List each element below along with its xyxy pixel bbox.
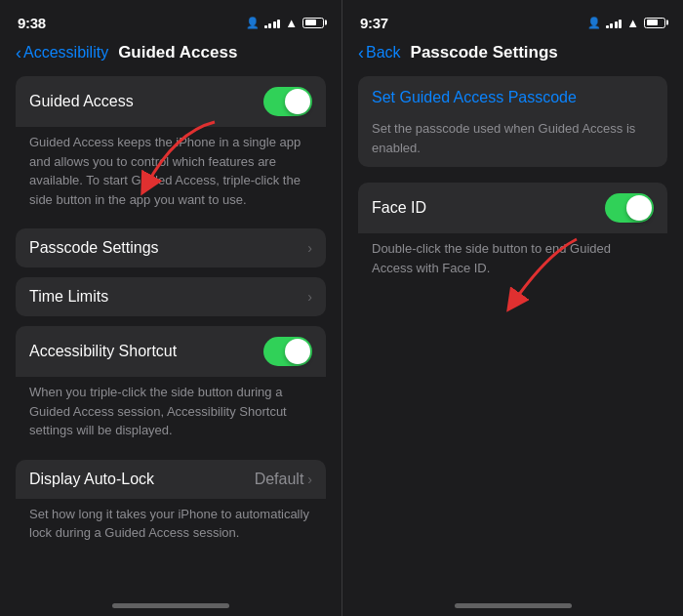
time-limits-label: Time Limits: [29, 288, 108, 306]
display-autolock-chevron-icon: ›: [307, 472, 312, 487]
person-icon: 👤: [246, 17, 260, 29]
time-limits-chevron-icon: ›: [307, 289, 312, 305]
set-passcode-row[interactable]: Set Guided Access Passcode: [358, 76, 667, 119]
right-battery-icon: [644, 18, 665, 28]
passcode-settings-label: Passcode Settings: [29, 239, 159, 257]
right-content: Set Guided Access Passcode Set the passc…: [342, 70, 683, 597]
faceid-label: Face ID: [372, 199, 426, 217]
accessibility-shortcut-desc-text: When you triple-click the side button du…: [29, 385, 287, 437]
guided-access-label: Guided Access: [29, 93, 134, 110]
passcode-settings-section: Passcode Settings ›: [16, 228, 326, 267]
display-autolock-section: Display Auto-Lock Default › Set how long…: [16, 460, 326, 553]
right-back-button[interactable]: ‹ Back: [358, 44, 401, 62]
guided-access-rows: Guided Access: [16, 76, 326, 127]
right-back-label: Back: [366, 44, 401, 62]
faceid-description: Double-click the side button to end Guid…: [358, 233, 667, 287]
display-autolock-rows: Display Auto-Lock Default ›: [16, 460, 326, 499]
guided-access-desc-text: Guided Access keeps the iPhone in a sing…: [29, 135, 301, 207]
left-status-bar: 9:38 👤 ▲: [0, 0, 342, 39]
display-autolock-row[interactable]: Display Auto-Lock Default ›: [16, 460, 326, 499]
passcode-settings-row[interactable]: Passcode Settings ›: [16, 228, 326, 267]
right-back-chevron-icon: ‹: [358, 44, 364, 62]
accessibility-shortcut-toggle[interactable]: [263, 337, 312, 366]
accessibility-shortcut-row: Accessibility Shortcut: [16, 326, 326, 377]
display-autolock-current: Default: [255, 471, 304, 488]
left-nav-header: ‹ Accessibility Guided Access: [0, 39, 342, 70]
signal-bars-icon: [264, 18, 281, 28]
faceid-toggle-thumb: [626, 195, 652, 221]
time-limits-section: Time Limits ›: [16, 277, 326, 316]
accessibility-shortcut-description: When you triple-click the side button du…: [16, 377, 326, 450]
faceid-desc-text: Double-click the side button to end Guid…: [372, 241, 611, 275]
guided-access-section: Guided Access Guided Access keeps the iP…: [16, 76, 326, 219]
guided-access-description: Guided Access keeps the iPhone in a sing…: [16, 127, 326, 219]
left-back-chevron-icon: ‹: [16, 44, 21, 62]
right-person-icon: 👤: [587, 17, 601, 29]
left-content: Guided Access Guided Access keeps the iP…: [0, 70, 342, 597]
set-passcode-desc-text: Set the passcode used when Guided Access…: [372, 121, 635, 155]
guided-access-toggle[interactable]: [263, 87, 312, 116]
faceid-rows: Face ID: [358, 183, 667, 233]
guided-access-toggle-thumb: [285, 89, 310, 114]
time-limits-row[interactable]: Time Limits ›: [16, 277, 326, 316]
right-home-indicator: [455, 603, 572, 608]
right-signal-bars-icon: [606, 18, 623, 28]
left-status-icons: 👤 ▲: [246, 16, 324, 30]
set-passcode-description: Set the passcode used when Guided Access…: [358, 119, 667, 167]
right-status-bar: 9:37 👤 ▲: [342, 0, 683, 39]
left-time: 9:38: [18, 15, 46, 31]
passcode-chevron-icon: ›: [307, 240, 312, 256]
right-wifi-icon: ▲: [626, 16, 639, 30]
display-autolock-desc-text: Set how long it takes your iPhone to aut…: [29, 507, 309, 541]
faceid-toggle[interactable]: [605, 193, 654, 223]
passcode-settings-value: ›: [307, 240, 312, 256]
right-phone-panel: 9:37 👤 ▲ ‹ Back Passcode Settings Set Gu…: [342, 0, 683, 616]
battery-icon: [302, 18, 324, 28]
accessibility-shortcut-label: Accessibility Shortcut: [29, 343, 177, 360]
left-nav-title: Guided Access: [118, 43, 237, 62]
right-status-icons: 👤 ▲: [587, 16, 665, 30]
right-nav-title: Passcode Settings: [411, 43, 558, 62]
accessibility-shortcut-rows: Accessibility Shortcut: [16, 326, 326, 377]
set-passcode-label: Set Guided Access Passcode: [372, 89, 577, 106]
accessibility-shortcut-toggle-thumb: [285, 339, 310, 364]
wifi-icon: ▲: [285, 16, 298, 30]
right-nav-header: ‹ Back Passcode Settings: [342, 39, 683, 70]
left-back-button[interactable]: ‹ Accessibility: [16, 44, 108, 62]
right-time: 9:37: [360, 15, 388, 31]
left-home-indicator: [112, 603, 229, 608]
left-back-label: Accessibility: [23, 44, 108, 62]
time-limits-value: ›: [307, 289, 312, 305]
left-phone-panel: 9:38 👤 ▲ ‹ Accessibility Guided Access: [0, 0, 342, 616]
accessibility-shortcut-section: Accessibility Shortcut When you triple-c…: [16, 326, 326, 450]
display-autolock-label: Display Auto-Lock: [29, 471, 154, 488]
faceid-section: Face ID Double-click the side button to …: [358, 183, 667, 287]
display-autolock-description: Set how long it takes your iPhone to aut…: [16, 499, 326, 553]
display-autolock-value: Default ›: [255, 471, 312, 488]
guided-access-row: Guided Access: [16, 76, 326, 127]
faceid-row: Face ID: [358, 183, 667, 233]
